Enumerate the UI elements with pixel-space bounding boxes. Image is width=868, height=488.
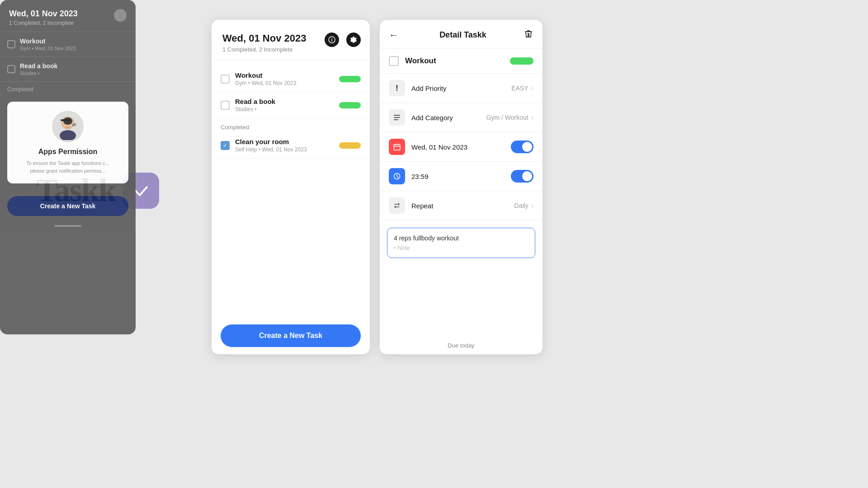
task-meta-workout: Gym • Wed, 01 Nov 2023 xyxy=(235,80,335,86)
priority-value: EASY xyxy=(511,84,528,92)
avatar-illustration xyxy=(54,113,81,140)
detail-header: ← Detail Taskk xyxy=(380,20,542,49)
create-task-button[interactable]: Create a New Task xyxy=(221,324,361,347)
right-task-info-read-book: Read a book Studies • xyxy=(20,62,128,76)
info-icon-button[interactable]: i xyxy=(325,33,339,47)
notes-placeholder: • Note xyxy=(394,244,528,251)
detail-task-tag xyxy=(510,57,533,65)
task-checkbox-read-book[interactable] xyxy=(221,101,230,110)
detail-task-row: Workout xyxy=(380,49,542,74)
svg-rect-4 xyxy=(394,119,398,120)
permission-title: Apps Permission xyxy=(14,148,121,156)
detail-title: Detail Taskk xyxy=(402,30,524,40)
right-task-name-read-book: Read a book xyxy=(20,62,128,70)
priority-icon: ! xyxy=(389,80,405,96)
repeat-label: Repeat xyxy=(411,202,514,210)
repeat-value: Daily xyxy=(514,202,528,209)
task-checkbox-workout[interactable] xyxy=(221,75,230,84)
right-completed-label: Completed xyxy=(0,82,136,94)
task-tag-read-book xyxy=(339,102,361,108)
date-row[interactable]: Wed, 01 Nov 2023 xyxy=(380,132,542,162)
delete-task-button[interactable] xyxy=(524,29,533,41)
task-name-clean-room: Clean your room xyxy=(235,138,335,145)
right-task-item-read-book: Read a book Studies • xyxy=(0,57,136,82)
task-checkbox-clean-room[interactable] xyxy=(221,141,230,150)
date-toggle[interactable] xyxy=(511,141,533,153)
right-task-meta-read-book: Studies • xyxy=(20,70,128,76)
clock-icon xyxy=(389,168,405,184)
time-toggle[interactable] xyxy=(511,170,533,183)
task-info-workout: Workout Gym • Wed, 01 Nov 2023 xyxy=(235,71,335,86)
task-meta-read-book: Studies • xyxy=(235,106,335,113)
time-label: 23:59 xyxy=(411,173,511,180)
right-date: Wed, 01 Nov 2023 xyxy=(9,9,78,19)
calendar-icon xyxy=(389,139,405,155)
category-value: Gym / Workout xyxy=(486,114,528,121)
task-info-read-book: Read a book Studies • xyxy=(235,98,335,113)
svg-point-11 xyxy=(64,122,66,124)
task-tag-workout xyxy=(339,76,361,82)
right-header-text: Wed, 01 Nov 2023 1 Completed, 2 Incomple… xyxy=(9,9,78,26)
task-list-panel: Wed, 01 Nov 2023 1 Completed, 2 Incomple… xyxy=(212,20,370,354)
time-row[interactable]: 23:59 xyxy=(380,162,542,191)
repeat-chevron-icon: › xyxy=(531,202,533,210)
right-header: Wed, 01 Nov 2023 1 Completed, 2 Incomple… xyxy=(0,0,136,32)
task-info-clean-room: Clean your room Self Help • Wed, 01 Nov … xyxy=(235,138,335,153)
right-header-dot xyxy=(114,9,127,22)
right-overlay-panel: Wed, 01 Nov 2023 1 Completed, 2 Incomple… xyxy=(0,0,136,334)
scroll-indicator xyxy=(54,225,81,227)
due-today-label: Due today xyxy=(380,337,542,354)
completed-section-label: Completed xyxy=(212,118,370,132)
task-item-clean-room[interactable]: Clean your room Self Help • Wed, 01 Nov … xyxy=(212,132,370,159)
svg-point-8 xyxy=(60,130,76,140)
svg-rect-13 xyxy=(61,119,71,121)
right-panel-inner: Wed, 01 Nov 2023 1 Completed, 2 Incomple… xyxy=(0,0,136,227)
detail-panel: ← Detail Taskk Workout ! Add Priority EA… xyxy=(380,20,542,354)
task-item-read-book[interactable]: Read a book Studies • xyxy=(212,92,370,118)
settings-icon-button[interactable] xyxy=(346,33,361,47)
detail-task-name: Workout xyxy=(405,56,510,66)
detail-task-checkbox[interactable] xyxy=(389,56,399,66)
panel-header: Wed, 01 Nov 2023 1 Completed, 2 Incomple… xyxy=(212,20,370,61)
right-task-item-workout: Workout Gym • Wed, 01 Nov 2023 xyxy=(0,32,136,57)
permission-card: Apps Permission To ensure the Taskk app … xyxy=(7,102,128,183)
svg-rect-5 xyxy=(394,145,400,150)
priority-chevron-icon: › xyxy=(531,84,533,92)
right-create-task-button[interactable]: Create a New Task xyxy=(7,196,128,216)
back-button[interactable]: ← xyxy=(389,29,399,41)
right-task-name-workout: Workout xyxy=(20,38,128,45)
svg-point-12 xyxy=(70,122,72,124)
category-chevron-icon: › xyxy=(531,113,533,122)
priority-label: Add Priority xyxy=(411,84,511,92)
panel-subtitle: 1 Completed, 2 Incomplete xyxy=(222,46,359,53)
repeat-icon xyxy=(389,197,405,214)
right-task-meta-workout: Gym • Wed, 01 Nov 2023 xyxy=(20,46,128,51)
repeat-row[interactable]: Repeat Daily › xyxy=(380,191,542,221)
notes-text: 4 reps fullbody workout xyxy=(394,235,528,242)
svg-rect-3 xyxy=(394,117,400,118)
permission-description: To ensure the Taskk app functions c... p… xyxy=(14,160,121,174)
task-item-workout[interactable]: Workout Gym • Wed, 01 Nov 2023 xyxy=(212,66,370,92)
date-label: Wed, 01 Nov 2023 xyxy=(411,143,511,151)
task-name-workout: Workout xyxy=(235,71,335,79)
category-icon xyxy=(389,109,405,126)
right-task-info-workout: Workout Gym • Wed, 01 Nov 2023 xyxy=(20,38,128,51)
task-name-read-book: Read a book xyxy=(235,98,335,105)
header-icons: i xyxy=(325,33,361,47)
notes-box[interactable]: 4 reps fullbody workout • Note xyxy=(387,228,535,258)
category-label: Add Category xyxy=(411,114,486,122)
task-tag-clean-room xyxy=(339,142,361,149)
task-list: Workout Gym • Wed, 01 Nov 2023 Read a bo… xyxy=(212,61,370,194)
svg-rect-2 xyxy=(394,115,400,116)
right-subtitle: 1 Completed, 2 Incomplete xyxy=(9,20,78,26)
priority-row[interactable]: ! Add Priority EASY › xyxy=(380,74,542,103)
permission-avatar xyxy=(52,111,84,142)
category-row[interactable]: Add Category Gym / Workout › xyxy=(380,103,542,132)
svg-text:i: i xyxy=(331,38,333,42)
task-meta-clean-room: Self Help • Wed, 01 Nov 2023 xyxy=(235,146,335,153)
right-checkbox-workout xyxy=(7,40,15,48)
right-checkbox-read-book xyxy=(7,65,15,73)
